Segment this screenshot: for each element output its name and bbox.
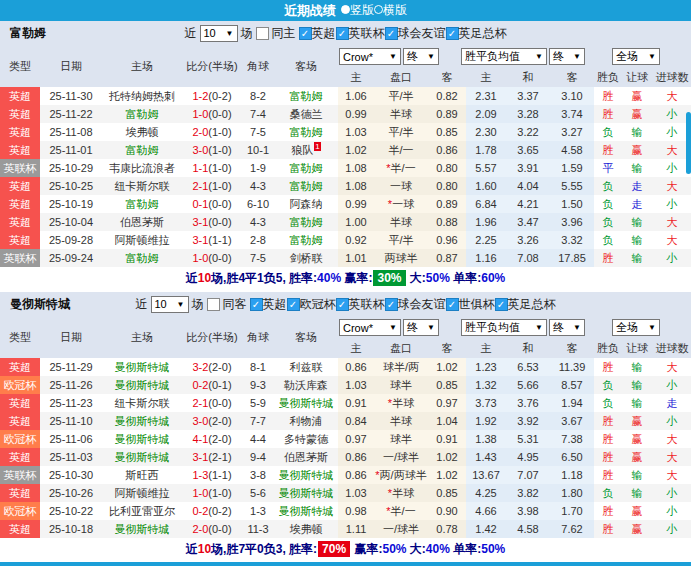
handicap: *一球	[374, 195, 428, 213]
match-date: 25-10-30	[40, 466, 102, 484]
avg-away-odds: 3.67	[550, 412, 594, 430]
odds-away: 1.02	[428, 466, 466, 484]
avg-type-select[interactable]: 胜平负均值▼	[461, 319, 547, 336]
odds-company-select[interactable]: Crow*▼	[339, 48, 401, 65]
away-team: 狼队1	[274, 141, 338, 159]
odds-home: 1.03	[338, 123, 374, 141]
match-date: 25-11-08	[40, 123, 102, 141]
home-team: 托特纳姆热刺	[102, 87, 182, 105]
avg-home-odds: 1.60	[466, 177, 506, 195]
score-cell: 3-0(1-0)	[182, 141, 242, 159]
layout-radio[interactable]	[374, 5, 383, 14]
odds-home: 1.03	[338, 376, 374, 394]
col-header-avg-draw: 和	[506, 339, 550, 358]
odds-stage-select[interactable]: 终▼	[403, 48, 439, 65]
competition-checkbox[interactable]: ✓	[385, 27, 398, 40]
match-date: 25-11-03	[40, 448, 102, 466]
avg-draw-odds: 6.53	[506, 358, 550, 376]
odds-away: 0.80	[428, 177, 466, 195]
avg-home-odds: 1.43	[466, 448, 506, 466]
competition-checkbox[interactable]: ✓	[250, 298, 263, 311]
avg-away-odds: 3.10	[550, 87, 594, 105]
games-count-select[interactable]: 10▼	[200, 25, 238, 42]
home-team: 曼彻斯特城	[102, 358, 182, 376]
fulltime-score: 3-1	[192, 216, 208, 228]
competition-checkbox[interactable]: ✓	[446, 298, 459, 311]
competition-checkbox[interactable]: ✓	[385, 298, 398, 311]
avg-draw-odds: 4.21	[506, 195, 550, 213]
competition-checkbox[interactable]: ✓	[336, 27, 349, 40]
halftime-score: (0-0)	[208, 523, 231, 535]
competition-checkbox[interactable]: ✓	[299, 27, 312, 40]
fulltime-score: 2-0	[192, 523, 208, 535]
odds-stage-select[interactable]: 终▼	[403, 319, 439, 336]
goals-result-cell: 大	[652, 430, 691, 448]
competition-type-badge: 英超	[0, 105, 40, 123]
result-cell: 胜	[594, 87, 622, 105]
handicap: 半球	[374, 213, 428, 231]
match-date: 25-09-24	[40, 249, 102, 267]
odds-home: 1.00	[338, 213, 374, 231]
score-cell: 3-1(2-1)	[182, 448, 242, 466]
score-cell: 1-0(1-0)	[182, 484, 242, 502]
competition-checkbox[interactable]: ✓	[495, 298, 508, 311]
avg-draw-odds: 4.95	[506, 448, 550, 466]
competition-type-badge: 英联杯	[0, 159, 40, 177]
layout-radio-label[interactable]: 竖版	[350, 3, 374, 17]
handicap-text: 半/一	[388, 144, 413, 156]
avg-type-select[interactable]: 胜平负均值▼	[461, 48, 547, 65]
same-venue-checkbox[interactable]	[256, 27, 269, 40]
away-team: 多特蒙德	[274, 430, 338, 448]
home-team: 比利亚雷亚尔	[102, 502, 182, 520]
competition-checkbox[interactable]: ✓	[446, 27, 459, 40]
fulltime-score: 1-3	[192, 469, 208, 481]
handicap-result-cell: 输	[622, 358, 652, 376]
scope-select[interactable]: 全场▼	[612, 48, 660, 65]
summary-label: 单率:	[450, 542, 481, 556]
scope-select[interactable]: 全场▼	[612, 319, 660, 336]
summary-label: 大:	[407, 271, 426, 285]
layout-radio[interactable]	[341, 5, 350, 14]
avg-home-odds: 1.92	[466, 412, 506, 430]
scrollbar-thumb[interactable]	[686, 112, 691, 174]
handicap: 平/半	[374, 231, 428, 249]
fulltime-score: 0-2	[192, 379, 208, 391]
odds-company-select[interactable]: Crow*▼	[339, 319, 401, 336]
result-cell: 负	[594, 484, 622, 502]
fulltime-score: 1-0	[192, 108, 208, 120]
competition-type-badge: 英超	[0, 141, 40, 159]
fulltime-score: 3-1	[192, 451, 208, 463]
avg-stage-select[interactable]: 终▼	[549, 48, 585, 65]
avg-away-odds: 7.38	[550, 430, 594, 448]
handicap: 平/半	[374, 87, 428, 105]
summary-bar: 近10场,胜7平0负3, 胜率:70% 赢率:50% 大:40% 单率:50%	[0, 538, 691, 560]
competition-type-cell: 英超	[0, 177, 40, 195]
fulltime-score: 2-1	[192, 397, 208, 409]
summary-rate: 40%	[426, 542, 450, 556]
result-cell: 胜	[594, 466, 622, 484]
result-cell: 胜	[594, 520, 622, 538]
score-cell: 1-0(0-0)	[182, 105, 242, 123]
col-header-result: 胜负	[594, 68, 622, 87]
halftime-score: (2-0)	[208, 433, 231, 445]
avg-stage-select[interactable]: 终▼	[549, 319, 585, 336]
competition-type-badge: 英超	[0, 123, 40, 141]
games-count-select[interactable]: 10▼	[151, 296, 189, 313]
handicap: *半/一	[374, 502, 428, 520]
home-team: 纽卡斯尔联	[102, 177, 182, 195]
match-rows: 英超25-11-30托特纳姆热刺1-2(0-2)8-2富勒姆1.06平/半0.8…	[0, 87, 691, 267]
handicap-result-cell: 赢	[622, 430, 652, 448]
table-row: 英超25-11-22富勒姆1-0(0-0)7-4桑德兰0.99半球0.892.0…	[0, 105, 691, 123]
summary-rate: 50%	[382, 542, 406, 556]
competition-checkbox[interactable]: ✓	[287, 298, 300, 311]
avg-home-odds: 3.73	[466, 394, 506, 412]
corner-count: 7-7	[242, 412, 274, 430]
competition-type-cell: 英超	[0, 231, 40, 249]
same-venue-checkbox[interactable]	[207, 298, 220, 311]
odds-away: 0.97	[428, 394, 466, 412]
competition-type-cell: 欧冠杯	[0, 376, 40, 394]
competition-checkbox[interactable]: ✓	[336, 298, 349, 311]
avg-home-odds: 2.09	[466, 105, 506, 123]
col-header-avg-draw: 和	[506, 68, 550, 87]
layout-radio-label[interactable]: 横版	[383, 3, 407, 17]
